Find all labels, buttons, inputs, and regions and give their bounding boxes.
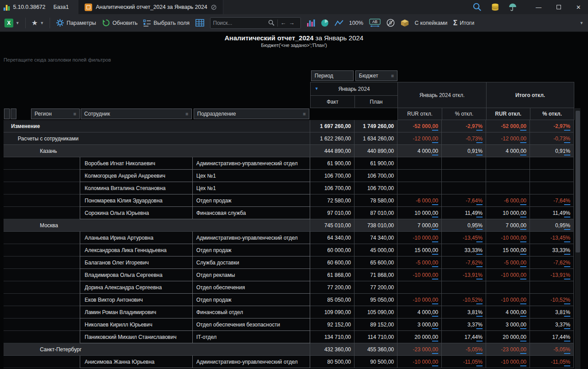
pivot-value-cell-pct2[interactable]: 17,44% [530,331,574,343]
pivot-value-cell-pct1[interactable] [442,157,486,170]
pivot-employee-cell[interactable]: Ламин Роман Владимирович [80,306,193,319]
pivot-value-cell-pct1[interactable]: -7,64% [442,194,486,207]
row-area-chip[interactable] [11,109,16,119]
export-excel-button[interactable]: X ▼ [4,19,19,27]
pivot-value-cell-rur1[interactable]: -6 000,00 [397,194,442,207]
pivot-value-cell-rur1[interactable]: 10 000,00 [397,207,442,219]
pivot-value-cell-rur2[interactable]: -23 000,00 [486,343,530,356]
pivot-value-cell-pct2[interactable]: -13,91% [530,269,574,281]
pivot-value-cell-plan[interactable]: 74 340,00 [354,232,397,244]
pivot-value-cell-fact[interactable]: 80 500,00 [310,356,354,368]
pivot-employee-cell[interactable]: Александрова Лика Геннадьевна [80,244,193,256]
autofit-width-button[interactable]: AB [369,19,381,27]
pivot-value-cell-pct2[interactable]: -7,64% [530,194,574,207]
pivot-value-cell-pct1[interactable]: 0,91% [442,145,486,157]
pivot-value-cell-pct1[interactable]: -0,73% [442,132,486,145]
pivot-value-cell-fact[interactable]: 85 050,00 [310,294,354,306]
toolbar-overflow-button[interactable]: ▼ [580,21,584,25]
pivot-value-cell-plan[interactable]: 738 010,00 [354,219,397,232]
pivot-value-cell-rur2[interactable] [486,170,530,182]
pivot-value-cell-pct1[interactable]: -13,91% [442,269,486,281]
parameters-button[interactable]: Параметры [56,19,96,27]
pivot-employee-cell[interactable]: Коломина Виталина Степановна [80,182,193,194]
pivot-value-cell-plan[interactable]: 1 749 260,00 [354,120,397,132]
pivot-value-cell-rur1[interactable]: -10 000,00 [397,232,442,244]
search-icon[interactable] [268,19,275,26]
pivot-value-cell-rur1[interactable]: -52 000,00 [397,120,442,132]
pivot-value-cell-fact[interactable]: 1 697 260,00 [310,120,354,132]
pivot-value-cell-rur2[interactable]: -12 000,00 [486,132,530,145]
sort-filter-icon[interactable]: ≡ [391,73,394,78]
pivot-value-cell-plan[interactable]: 87 010,00 [354,207,397,219]
pivot-row-label[interactable]: Санкт-Петербург [4,343,310,356]
pivot-value-cell-rur1[interactable] [397,170,442,182]
pivot-value-cell-rur2[interactable]: -52 000,00 [486,120,530,132]
pivot-value-cell-fact[interactable]: 92 152,00 [310,319,354,331]
tab-close-icon[interactable] [211,4,217,10]
pivot-value-cell-rur2[interactable]: -10 000,00 [486,269,530,281]
pivot-value-cell-rur1[interactable]: 3 000,00 [397,319,442,331]
pivot-value-cell-pct1[interactable]: 17,44% [442,331,486,343]
measure-header-fact[interactable]: Факт [310,95,355,108]
pivot-value-cell-rur1[interactable]: 20 000,00 [397,331,442,343]
pivot-value-cell-rur2[interactable]: -5 000,00 [486,256,530,269]
pivot-row-label[interactable]: Изменение [4,120,310,132]
refresh-button[interactable]: Обновить [102,19,138,27]
pivot-value-cell-fact[interactable]: 60 000,00 [310,244,354,256]
pivot-value-cell-fact[interactable]: 97 010,00 [310,207,354,219]
pivot-value-cell-pct1[interactable]: -5,05% [442,343,486,356]
hide-zeros-button[interactable]: 0 [386,19,395,27]
zoom-level[interactable]: 100% [349,20,363,26]
pivot-value-cell-rur1[interactable] [397,281,442,294]
row-field-department[interactable]: Подразделение ≡ [194,109,309,119]
pivot-value-cell-rur1[interactable]: 4 000,00 [397,145,442,157]
favorites-button[interactable]: ★ ▼ [31,19,44,27]
pivot-employee-cell[interactable]: Пономарева Юлия Эдуардовна [80,194,193,207]
pivot-value-cell-pct1[interactable]: 3,37% [442,319,486,331]
pivot-value-cell-pct2[interactable]: -10,52% [530,294,574,306]
pivot-value-cell-pct2[interactable] [530,182,574,194]
row-area-chip[interactable] [4,109,10,119]
pivot-value-cell-rur1[interactable]: -10 000,00 [397,294,442,306]
pivot-value-cell-rur2[interactable] [486,281,530,294]
pivot-value-cell-rur2[interactable]: 10 000,00 [486,207,530,219]
pivot-value-cell-pct1[interactable]: -11,05% [442,356,486,368]
total-rur-deviation-header[interactable]: RUR откл. [486,108,530,120]
pivot-value-cell-pct2[interactable] [530,281,574,294]
pivot-value-cell-pct1[interactable]: 0,95% [442,219,486,232]
column-field-period[interactable]: Период [311,70,354,81]
grid-view-button[interactable] [195,19,204,27]
pivot-department-cell[interactable]: Отдел обеспечения безопасности [193,319,310,331]
pivot-value-cell-plan[interactable]: 114 710,00 [354,331,397,343]
pivot-value-cell-plan[interactable]: 95 050,00 [354,294,397,306]
pivot-value-cell-rur2[interactable]: -10 000,00 [486,356,530,368]
umbrella-icon[interactable] [508,3,517,12]
pivot-value-cell-fact[interactable]: 444 890,00 [310,145,354,157]
pivot-value-cell-rur2[interactable]: -6 000,00 [486,194,530,207]
pivot-value-cell-plan[interactable]: 65 600,00 [354,256,397,269]
pivot-value-cell-pct1[interactable]: -10,52% [442,294,486,306]
deviation-group-header[interactable]: Январь 2024 откл. [397,82,487,108]
pivot-value-cell-pct1[interactable]: -13,45% [442,232,486,244]
collapse-chevron-icon[interactable]: ▼ [315,87,319,91]
pivot-value-cell-pct2[interactable]: 33,33% [530,244,574,256]
pivot-value-cell-pct2[interactable] [530,170,574,182]
pivot-value-cell-pct2[interactable]: -13,45% [530,232,574,244]
sort-filter-icon[interactable]: ≡ [303,111,306,117]
sort-filter-icon[interactable]: ≡ [186,111,188,117]
total-deviation-group-header[interactable]: Итого откл. [486,82,574,108]
pivot-value-cell-plan[interactable]: 71 868,00 [354,269,397,281]
total-pct-deviation-header[interactable]: % откл. [530,108,574,120]
chevron-down-icon[interactable]: ▼ [16,21,19,25]
column-field-budget[interactable]: Бюджет ≡ [355,70,397,81]
pivot-department-cell[interactable]: Административно-управленческий отдел [193,232,310,244]
pct-deviation-header[interactable]: % откл. [442,108,487,120]
pivot-value-cell-rur2[interactable]: 7 000,00 [486,219,530,232]
pivot-row-label[interactable]: Москва [4,219,310,232]
pivot-value-cell-rur1[interactable]: -10 000,00 [397,269,442,281]
line-chart-button[interactable] [335,19,343,27]
pivot-employee-cell[interactable]: Владимирова Ольга Сергеевна [80,269,193,281]
pivot-value-cell-fact[interactable]: 106 700,00 [310,182,354,194]
pivot-department-cell[interactable]: Административно-управленческий отдел [193,356,310,368]
pivot-value-cell-rur1[interactable]: -12 000,00 [397,132,442,145]
